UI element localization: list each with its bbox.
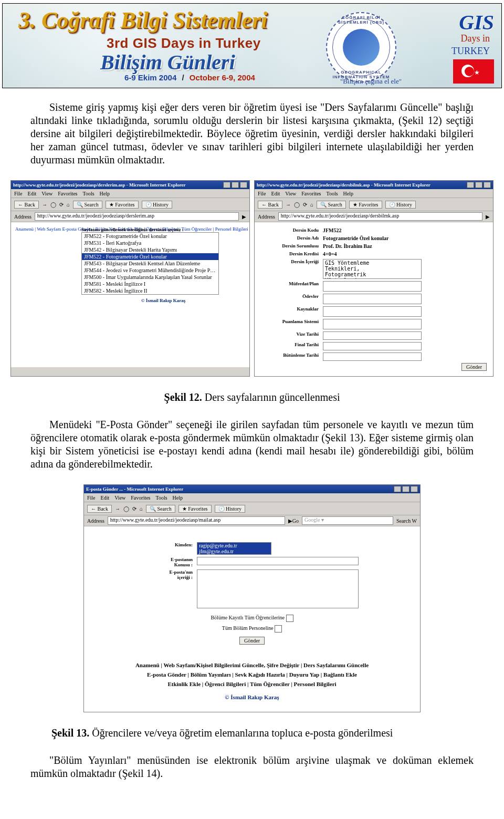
checkbox-students[interactable] bbox=[286, 615, 293, 622]
gis-sub1: Days in bbox=[461, 33, 490, 44]
input-puanlama[interactable] bbox=[323, 319, 422, 329]
window-buttons[interactable] bbox=[223, 182, 247, 188]
home-icon[interactable]: ⌂ bbox=[67, 202, 70, 208]
search-button[interactable]: 🔍 Search bbox=[146, 505, 175, 513]
nav-line-2[interactable]: E-posta Gönder | Bölüm Yayınları | Sevk … bbox=[88, 670, 416, 679]
caption-13-text: Öğrencilere ve/veya öğretim elemanlarına… bbox=[89, 727, 393, 739]
lbl-final: Final Tarihi bbox=[259, 341, 321, 351]
back-button[interactable]: ← Back bbox=[14, 201, 39, 209]
menubar[interactable]: File Edit View Favorites Tools Help bbox=[255, 189, 493, 198]
home-icon[interactable]: ⌂ bbox=[310, 202, 313, 208]
menu-favorites[interactable]: Favorites bbox=[301, 191, 321, 196]
menu-help[interactable]: Help bbox=[173, 495, 183, 501]
banner-subtitle-en: 3rd GIS Days in Turkey bbox=[107, 35, 261, 51]
menubar[interactable]: File Edit View Favorites Tools Help bbox=[84, 493, 420, 502]
menu-file[interactable]: File bbox=[87, 495, 96, 501]
menu-tools[interactable]: Tools bbox=[327, 191, 338, 196]
fwd-button[interactable]: → bbox=[42, 202, 47, 208]
menu-tools[interactable]: Tools bbox=[83, 191, 94, 196]
input-icerik[interactable]: GIS Yöntemleme Teknikleri, Fotogrametrik… bbox=[323, 259, 422, 279]
menu-favorites[interactable]: Favorites bbox=[131, 495, 150, 501]
address-bar: Address http://www.gyte.edu.tr/jeodezi/j… bbox=[255, 211, 493, 222]
input-but[interactable] bbox=[323, 353, 422, 361]
submit-button[interactable]: Gönder bbox=[461, 363, 487, 371]
lbl-sorumlu: Dersin Sorumlusu bbox=[259, 242, 321, 250]
gis-logo-text: GIS bbox=[459, 10, 494, 35]
option-5[interactable]: JFM544 - Jeodezi ve Fotogrametri Mühendi… bbox=[82, 267, 218, 274]
menu-favorites[interactable]: Favorites bbox=[58, 191, 77, 196]
option-1[interactable]: JFM531 - İleri Kartoğrafya bbox=[82, 240, 218, 246]
favorites-button[interactable]: ★ Favorites bbox=[178, 505, 212, 513]
menu-view[interactable]: View bbox=[41, 191, 52, 196]
menu-tools[interactable]: Tools bbox=[156, 495, 167, 501]
window-buttons[interactable] bbox=[467, 182, 491, 188]
back-button[interactable]: ← Back bbox=[87, 505, 112, 513]
nav-line-1[interactable]: Anamenü | Web Sayfam/Kişisel Bilgilerimi… bbox=[88, 660, 416, 670]
menu-file[interactable]: File bbox=[14, 191, 23, 196]
address-field[interactable]: http://www.gyte.edu.tr/jeodezi/jeodezias… bbox=[278, 212, 482, 221]
menu-help[interactable]: Help bbox=[343, 191, 353, 196]
input-kaynaklar[interactable] bbox=[323, 306, 422, 317]
address-field[interactable]: http://www.gyte.edu.tr/jeodezi/jeodezias… bbox=[35, 212, 239, 221]
kimden-option-2[interactable]: jfm@gyte.edu.tr bbox=[197, 548, 271, 554]
option-3-selected[interactable]: JFM522 - Fotogrametride Özel konular bbox=[82, 253, 218, 260]
option-2[interactable]: JFM542 - Bilgisayar Destekli Harita Yapı… bbox=[82, 246, 218, 253]
back-button[interactable]: ← Back bbox=[258, 201, 282, 209]
menu-view[interactable]: View bbox=[114, 495, 125, 501]
menu-view[interactable]: View bbox=[285, 191, 296, 196]
fwd-button[interactable]: → bbox=[115, 506, 120, 512]
lbl-mufredat: Müfredat/Plan bbox=[259, 280, 321, 293]
stop-icon[interactable]: ◯ bbox=[50, 202, 56, 208]
google-search-button[interactable]: Search W bbox=[396, 518, 417, 524]
menu-edit[interactable]: Edit bbox=[28, 191, 37, 196]
option-0[interactable]: JFM522 - Fotogrametride Özel konular bbox=[82, 233, 218, 240]
go-label[interactable]: ▶Go bbox=[288, 518, 299, 524]
history-button[interactable]: 🕘 History bbox=[215, 505, 246, 513]
checkbox-staff[interactable] bbox=[275, 625, 282, 633]
stop-icon[interactable]: ◯ bbox=[123, 506, 129, 512]
input-mufredat[interactable] bbox=[323, 281, 422, 292]
input-body[interactable] bbox=[197, 569, 359, 608]
input-konu[interactable] bbox=[197, 557, 359, 565]
option-8[interactable]: JFM582 - Mesleki İngilizce II bbox=[82, 287, 218, 294]
course-dropdown[interactable]: JFM522 - Fotogrametride Özel konular JFM… bbox=[81, 232, 219, 295]
refresh-icon[interactable]: ⟳ bbox=[59, 202, 64, 208]
menu-file[interactable]: File bbox=[258, 191, 266, 196]
val-sorumlu: Prof. Dr. İbrahim Baz bbox=[323, 243, 372, 249]
nav-line-3[interactable]: Etkinlik Ekle | Öğrenci Bilgileri | Tüm … bbox=[88, 679, 416, 689]
search-button[interactable]: 🔍 Search bbox=[317, 201, 346, 209]
go-icon[interactable]: ▶ bbox=[486, 214, 490, 220]
option-4[interactable]: JFM543 - Bilgisayar Destekli Kentsel Ala… bbox=[82, 260, 218, 267]
refresh-icon[interactable]: ⟳ bbox=[303, 202, 307, 208]
menu-edit[interactable]: Edit bbox=[101, 495, 110, 501]
search-button[interactable]: 🔍 Search bbox=[73, 201, 102, 209]
fwd-button[interactable]: → bbox=[286, 202, 291, 208]
option-6[interactable]: JFM500 - İmar Uygulamalarında Karşılaşıl… bbox=[82, 274, 218, 281]
refresh-icon[interactable]: ⟳ bbox=[132, 506, 136, 512]
paragraph-3: "Bölüm Yayınları" menüsünden ise elektro… bbox=[30, 754, 474, 780]
favorites-button[interactable]: ★ Favorites bbox=[106, 201, 139, 209]
address-field[interactable]: http://www.gyte.edu.tr/jeodezi/jeodezias… bbox=[108, 516, 285, 525]
home-icon[interactable]: ⌂ bbox=[140, 506, 143, 512]
page-content: Anamenü | Web Sayfam E-posta Gönder | Bö… bbox=[11, 222, 249, 367]
date-sep: / bbox=[182, 73, 184, 82]
input-odevler[interactable] bbox=[323, 294, 422, 304]
menubar[interactable]: File Edit View Favorites Tools Help bbox=[11, 189, 249, 198]
window-buttons[interactable] bbox=[394, 486, 418, 492]
input-vize[interactable] bbox=[323, 331, 422, 340]
toolbar: ← Back → ◯ ⟳ ⌂ 🔍 Search ★ Favorites 🕘 Hi… bbox=[11, 198, 249, 211]
google-toolbar[interactable]: Google ▾ bbox=[302, 516, 393, 525]
send-button[interactable]: Gönder bbox=[239, 637, 265, 645]
favorites-button[interactable]: ★ Favorites bbox=[349, 201, 382, 209]
menu-edit[interactable]: Edit bbox=[271, 191, 280, 196]
option-7[interactable]: JFM581 - Mesleki İngilizce I bbox=[82, 281, 218, 287]
input-final[interactable] bbox=[323, 342, 422, 350]
history-button[interactable]: 🕘 History bbox=[142, 201, 173, 209]
kimden-selected[interactable]: ragip@gyte.edu.tr bbox=[197, 543, 271, 548]
sidebar-links[interactable]: Anamenü | Web Sayfam E-posta Gönder | Bö… bbox=[15, 226, 78, 232]
stop-icon[interactable]: ◯ bbox=[294, 202, 300, 208]
menu-help[interactable]: Help bbox=[100, 191, 110, 196]
window-title: E-posta Gönder ... - Microsoft Internet … bbox=[86, 486, 183, 492]
go-icon[interactable]: ▶ bbox=[242, 214, 246, 220]
history-button[interactable]: 🕘 History bbox=[385, 201, 416, 209]
